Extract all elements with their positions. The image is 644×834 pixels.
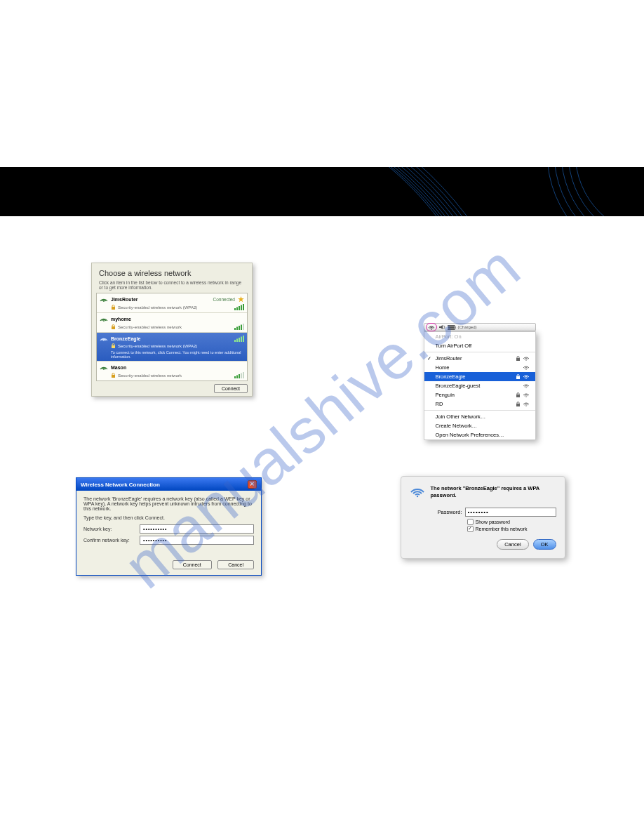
network-name: Home <box>436 364 450 371</box>
cancel-button[interactable]: Cancel <box>497 539 528 550</box>
svg-rect-21 <box>112 345 115 348</box>
signal-bars-icon <box>234 324 244 330</box>
remember-network-checkbox[interactable] <box>467 526 474 532</box>
signal-icon <box>523 365 530 370</box>
network-name: BronzeEagle <box>436 373 466 380</box>
create-network[interactable]: Create Network… <box>424 421 535 430</box>
menu-separator <box>424 410 535 411</box>
wifi-icon <box>100 315 108 322</box>
airport-icon-circled[interactable] <box>426 323 437 331</box>
svg-point-38 <box>525 387 527 388</box>
lock-icon <box>516 392 521 397</box>
signal-bars-icon <box>234 336 244 342</box>
svg-rect-10 <box>234 328 236 330</box>
connect-button[interactable]: Connect <box>214 384 248 393</box>
svg-rect-17 <box>236 338 238 342</box>
connect-button[interactable]: Connect <box>173 560 212 569</box>
network-name: JimsRouter <box>436 355 462 362</box>
mac-wpa-password-dialog: The network "BronzeEagle" requires a WPA… <box>401 476 565 559</box>
network-name: Mason <box>111 365 244 370</box>
show-password-label: Show password <box>476 519 510 524</box>
sound-icon <box>439 324 445 330</box>
open-network-preferences[interactable]: Open Network Preferences… <box>424 430 535 439</box>
network-status: Connected <box>213 297 235 302</box>
password-input[interactable] <box>465 508 556 517</box>
network-name: myhome <box>111 317 244 322</box>
svg-rect-5 <box>239 306 240 310</box>
password-label: Password: <box>438 509 462 515</box>
svg-rect-16 <box>234 340 236 342</box>
svg-point-35 <box>525 369 527 370</box>
header-decorative-band <box>0 167 644 216</box>
svg-rect-20 <box>243 336 244 342</box>
network-name: RD <box>436 401 443 407</box>
menu-network-rd[interactable]: RD <box>424 399 535 409</box>
dialog-titlebar: Wireless Network Connection ✕ <box>76 478 261 491</box>
show-password-checkbox[interactable] <box>467 519 474 525</box>
svg-rect-0 <box>0 167 644 216</box>
svg-point-34 <box>525 359 527 361</box>
cancel-button[interactable]: Cancel <box>217 560 254 569</box>
svg-point-40 <box>525 396 527 397</box>
svg-rect-12 <box>239 326 240 330</box>
menu-network-home[interactable]: Home <box>424 363 535 372</box>
signal-icon <box>523 402 530 406</box>
dialog-body-2: Type the key, and then click Connect. <box>83 515 254 520</box>
svg-point-29 <box>431 329 432 330</box>
turn-airport-off[interactable]: Turn AirPort Off <box>424 341 535 350</box>
close-button[interactable]: ✕ <box>248 480 257 489</box>
mac-menubar: (Charged) <box>424 323 536 331</box>
svg-rect-14 <box>243 324 244 330</box>
airport-icon <box>410 485 425 498</box>
svg-rect-13 <box>241 325 242 331</box>
windows-network-key-dialog: Wireless Network Connection ✕ The networ… <box>76 477 262 576</box>
security-text: Security-enabled wireless network <box>118 325 182 329</box>
svg-rect-31 <box>455 326 456 329</box>
svg-rect-39 <box>516 395 520 397</box>
signal-bars-icon <box>234 372 244 378</box>
svg-rect-3 <box>234 308 236 310</box>
svg-point-43 <box>416 496 417 497</box>
wifi-icon <box>100 364 108 371</box>
confirm-key-input[interactable] <box>140 536 254 545</box>
menu-network-penguin[interactable]: Penguin <box>424 390 535 399</box>
connection-tip: To connect to this network, click Connec… <box>100 350 244 359</box>
signal-icon <box>523 356 530 361</box>
battery-icon <box>448 325 456 330</box>
menu-separator <box>424 352 535 352</box>
windows-choose-network-panel: Choose a wireless network Click an item … <box>91 263 253 397</box>
svg-rect-7 <box>243 304 244 310</box>
menu-network-jimsrouter[interactable]: ✓ JimsRouter <box>424 354 535 363</box>
panel-title: Choose a wireless network <box>92 263 252 280</box>
svg-rect-27 <box>241 373 242 379</box>
network-item-bronzeeagle[interactable]: BronzeEagle Security-enabled wireless ne… <box>97 333 247 362</box>
network-name: BronzeEagle <box>111 336 232 341</box>
security-text: Security-enabled wireless network <box>118 373 182 378</box>
network-key-label: Network key: <box>83 527 140 531</box>
security-text: Security-enabled wireless network (WPA2) <box>118 344 197 348</box>
wifi-icon <box>100 335 108 342</box>
menu-network-bronzeeagle-guest[interactable]: BronzeEagle-guest <box>424 381 535 390</box>
network-item-myhome[interactable]: myhome Security-enabled wireless network <box>97 313 247 333</box>
svg-rect-9 <box>112 326 115 329</box>
checkmark-icon: ✓ <box>427 356 431 362</box>
menu-network-bronzeeagle[interactable]: BronzeEagle <box>424 372 535 381</box>
network-item-mason[interactable]: Mason Security-enabled wireless network <box>97 362 247 380</box>
svg-rect-6 <box>241 305 242 311</box>
svg-point-37 <box>525 378 527 379</box>
lock-icon <box>516 356 521 361</box>
security-text: Security-enabled wireless network (WPA2) <box>118 305 197 310</box>
svg-rect-18 <box>239 338 240 342</box>
ok-button[interactable]: OK <box>533 539 556 550</box>
svg-point-22 <box>103 369 105 370</box>
network-key-input[interactable] <box>140 524 254 534</box>
dialog-body-1: The network 'BronzeEagle' requires a net… <box>83 496 254 511</box>
mac-airport-menu: AirPort: On Turn AirPort Off ✓ JimsRoute… <box>424 331 536 440</box>
battery-status-text: (Charged) <box>458 325 477 329</box>
lock-icon <box>516 402 521 406</box>
svg-rect-33 <box>516 358 520 361</box>
network-item-jimsrouter[interactable]: JimsRouter Connected Security-enabled wi… <box>97 293 247 313</box>
svg-point-42 <box>525 405 527 406</box>
svg-point-15 <box>103 340 105 341</box>
join-other-network[interactable]: Join Other Network… <box>424 412 535 421</box>
